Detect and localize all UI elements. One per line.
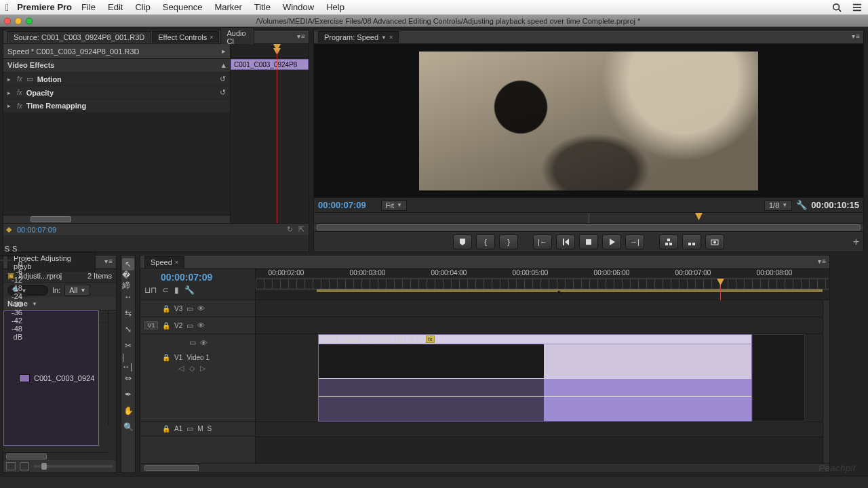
close-window-button[interactable] <box>4 18 11 24</box>
timeline-clip[interactable]: C001_C003_0924P8_001.R3D fx <box>318 334 752 422</box>
slide-tool[interactable]: ⇔ <box>122 372 134 384</box>
timeline-v-scrollbar[interactable] <box>823 300 829 463</box>
playback-resolution-select[interactable]: 1/8▼ <box>764 200 792 211</box>
menu-title[interactable]: Title <box>254 2 271 12</box>
lock-icon[interactable]: 🔒 <box>162 305 170 312</box>
track-v1[interactable]: C001_C003_0924P8_001.R3D fx <box>256 334 823 422</box>
menu-help[interactable]: Help <box>326 2 344 12</box>
track-a1[interactable] <box>256 422 823 437</box>
thumbnail-size-slider[interactable] <box>33 465 113 468</box>
work-area-bar[interactable] <box>317 289 823 292</box>
panel-menu-icon[interactable]: ▾≡ <box>818 258 827 265</box>
ec-timeline-clip[interactable]: C001_C003_0924P8 <box>231 59 309 70</box>
minimize-window-button[interactable] <box>15 18 22 24</box>
sequence-dropdown-icon[interactable]: ▼ <box>381 35 387 41</box>
tab-program[interactable]: Program: Speed ▼ × <box>318 31 399 43</box>
timeline-timecode[interactable]: 00:00:07:09 <box>140 269 255 284</box>
in-point-filter-select[interactable]: All▼ <box>64 285 90 296</box>
timeline-clip-segment[interactable] <box>752 334 805 422</box>
chevron-up-icon[interactable]: ▴ <box>222 61 226 70</box>
project-v-scrollbar[interactable] <box>108 310 116 426</box>
icon-view-button[interactable] <box>20 462 29 470</box>
sync-lock-icon[interactable]: ▭ <box>186 424 193 433</box>
ripple-edit-tool[interactable]: ↔ <box>122 291 134 303</box>
track-header-v3[interactable]: 🔒 V3 ▭ 👁 <box>140 300 255 317</box>
timeline-h-scrollbar[interactable] <box>140 463 829 472</box>
menu-file[interactable]: File <box>81 2 96 12</box>
lift-button[interactable] <box>659 235 678 249</box>
snap-toggle[interactable]: ⊔⊓ <box>144 285 157 295</box>
button-editor-icon[interactable]: + <box>853 236 859 248</box>
lock-icon[interactable]: 🔒 <box>162 354 170 361</box>
play-button[interactable] <box>602 235 621 249</box>
toggle-track-output-icon[interactable]: 👁 <box>200 339 208 347</box>
sync-lock-icon[interactable]: ▭ <box>186 321 193 330</box>
app-name[interactable]: Premiere Pro <box>17 2 72 12</box>
export-frame-icon[interactable]: ⇱ <box>298 225 304 234</box>
menu-window[interactable]: Window <box>283 2 314 12</box>
toggle-track-output-icon[interactable]: 👁 <box>197 304 205 312</box>
panel-menu-icon[interactable]: ▾≡ <box>852 33 861 40</box>
menu-edit[interactable]: Edit <box>108 2 123 12</box>
timeline-ruler[interactable]: 00:00:02:00 00:00:03:00 00:00:04:00 00:0… <box>256 269 829 300</box>
menu-marker[interactable]: Marker <box>214 2 241 12</box>
menu-clip[interactable]: Clip <box>135 2 150 12</box>
track-v3[interactable] <box>256 300 823 317</box>
add-keyframe-button[interactable]: ◇ <box>189 364 195 373</box>
tab-source[interactable]: Source: C001_C003_0924P8_001.R3D <box>7 31 151 43</box>
rolling-edit-tool[interactable]: ⇆ <box>122 307 134 319</box>
program-time-ruler[interactable] <box>314 212 863 223</box>
tab-effect-controls[interactable]: Effect Controls× <box>152 31 219 43</box>
track-header-v1[interactable]: 🔒 V1 Video 1 ◁ ◇ ▷ <box>140 351 255 422</box>
ec-h-scrollbar[interactable] <box>3 215 230 223</box>
program-monitor-viewport[interactable] <box>314 44 863 197</box>
program-zoom-scrollbar[interactable] <box>314 223 863 231</box>
linked-selection-toggle[interactable]: ⊂ <box>162 285 169 295</box>
next-keyframe-button[interactable]: ▷ <box>200 364 205 373</box>
close-icon[interactable]: × <box>389 34 393 41</box>
zoom-tool[interactable]: 🔍 <box>122 421 134 433</box>
chevron-right-icon[interactable]: ▸ <box>222 47 226 56</box>
lock-icon[interactable]: 🔒 <box>162 322 170 329</box>
disclosure-triangle-icon[interactable]: ▸ <box>7 76 13 83</box>
solo-right-button[interactable]: S <box>12 245 17 253</box>
project-h-scrollbar[interactable] <box>3 452 108 460</box>
playhead-indicator-icon[interactable] <box>695 213 703 220</box>
tab-timeline-sequence[interactable]: Speed× <box>144 256 184 268</box>
close-icon[interactable]: × <box>210 34 213 41</box>
go-to-in-button[interactable]: |← <box>533 235 552 249</box>
loop-icon[interactable]: ↻ <box>287 225 293 234</box>
track-header-a1[interactable]: 🔒 A1 ▭ M S <box>140 422 255 436</box>
spotlight-icon[interactable] <box>831 2 842 13</box>
go-to-out-button[interactable]: →| <box>625 235 644 249</box>
apple-menu-icon[interactable]:  <box>5 2 9 13</box>
rate-stretch-tool[interactable]: ⤡ <box>122 323 134 336</box>
stop-button[interactable] <box>579 235 598 249</box>
razor-tool[interactable]: ✂ <box>122 340 134 352</box>
panel-menu-icon[interactable]: ▾≡ <box>104 258 113 265</box>
sync-lock-icon[interactable]: ▭ <box>189 338 196 347</box>
disclosure-triangle-icon[interactable]: ▸ <box>7 102 13 109</box>
menu-extra-icon[interactable] <box>852 2 863 13</box>
close-icon[interactable]: × <box>175 259 178 266</box>
extract-button[interactable] <box>682 235 701 249</box>
solo-button[interactable]: S <box>208 425 212 432</box>
zoom-level-select[interactable]: Fit▼ <box>381 200 407 211</box>
ec-timecode[interactable]: 00:00:07:09 <box>17 226 56 234</box>
add-marker-button[interactable]: ▮ <box>174 285 179 295</box>
sync-lock-icon[interactable]: ▭ <box>186 304 193 313</box>
mark-out-button[interactable]: } <box>499 235 518 249</box>
track-select-tool[interactable]: �締 <box>122 274 134 287</box>
disclosure-triangle-icon[interactable]: ▸ <box>7 89 13 96</box>
list-view-button[interactable] <box>6 462 16 470</box>
track-header-v1-toggles[interactable]: ▭ 👁 <box>140 334 255 351</box>
mute-button[interactable]: M <box>197 425 203 432</box>
reset-icon[interactable]: ↺ <box>220 88 226 97</box>
panel-menu-icon[interactable]: ▾≡ <box>297 33 306 40</box>
settings-wrench-icon[interactable]: 🔧 <box>796 200 807 210</box>
effect-time-remapping-row[interactable]: ▸ fx Time Remapping <box>3 100 230 113</box>
menu-sequence[interactable]: Sequence <box>163 2 203 12</box>
reset-icon[interactable]: ↺ <box>220 75 226 83</box>
toggle-track-output-icon[interactable]: 👁 <box>197 321 205 329</box>
effect-motion-row[interactable]: ▸ fx ▭ Motion ↺ <box>3 73 230 86</box>
